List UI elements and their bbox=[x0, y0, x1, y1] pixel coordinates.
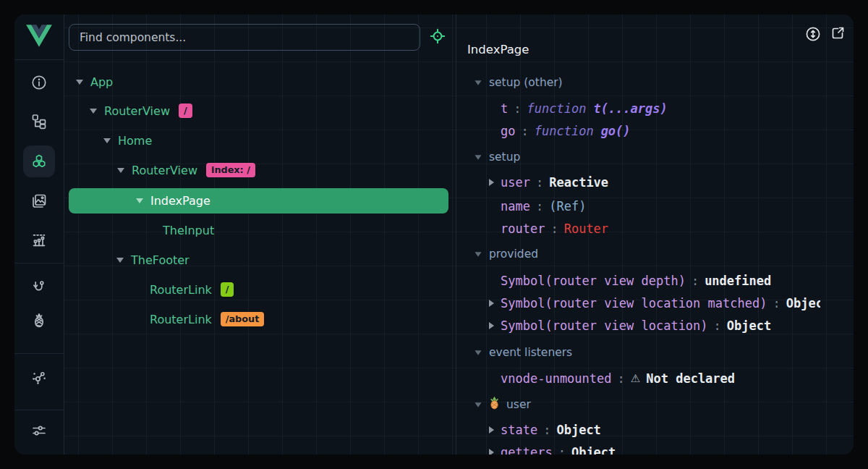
state-row-user[interactable]: user : Reactive bbox=[489, 173, 608, 192]
component-label: IndexPage bbox=[150, 194, 210, 208]
sidebar bbox=[14, 14, 64, 455]
sidebar-item-components[interactable] bbox=[30, 153, 48, 170]
component-label: RouterView bbox=[104, 104, 170, 118]
sidebar-item-custom-inspector[interactable] bbox=[30, 232, 48, 249]
section-label: event listeners bbox=[489, 346, 572, 359]
state-key: router bbox=[501, 221, 545, 236]
chevron-down-icon[interactable] bbox=[475, 350, 482, 355]
sidebar-item-graph[interactable] bbox=[30, 369, 48, 386]
chevron-right-icon[interactable] bbox=[489, 426, 494, 434]
inspector-panel: IndexPage setup (other) t : function t(.… bbox=[456, 14, 854, 455]
state-value: undefined bbox=[705, 274, 771, 288]
state-row-getters[interactable]: getters : Object bbox=[489, 443, 616, 455]
section-label: provided bbox=[489, 248, 538, 261]
tree-row-routerview-nested[interactable]: RouterView index: / bbox=[117, 161, 255, 179]
component-label: TheFooter bbox=[131, 253, 190, 267]
tree-row-routerview[interactable]: RouterView / bbox=[90, 101, 192, 120]
chevron-down-icon[interactable] bbox=[136, 198, 143, 203]
state-key: vnode-unmounted bbox=[501, 371, 612, 386]
sidebar-item-router[interactable] bbox=[30, 279, 48, 296]
inspector-title: IndexPage bbox=[467, 43, 529, 56]
tree-row-theinput[interactable]: TheInput bbox=[163, 221, 214, 240]
section-setup-other[interactable]: setup (other) bbox=[475, 73, 563, 92]
state-key: t bbox=[501, 101, 508, 116]
route-badge: / bbox=[221, 282, 234, 297]
section-user-store[interactable]: user bbox=[475, 395, 531, 414]
images-icon bbox=[30, 193, 48, 210]
function-keyword: function bbox=[527, 101, 587, 116]
state-key: go bbox=[501, 124, 515, 138]
chevron-down-icon[interactable] bbox=[475, 80, 482, 85]
sidebar-item-hierarchy[interactable] bbox=[30, 113, 48, 130]
sidebar-divider bbox=[14, 410, 64, 410]
vue-logo-icon bbox=[26, 25, 52, 50]
tree-row-indexpage-selected[interactable]: IndexPage bbox=[69, 188, 448, 214]
chevron-down-icon[interactable] bbox=[475, 155, 482, 159]
sidebar-item-assets[interactable] bbox=[30, 193, 48, 210]
chevron-right-icon[interactable] bbox=[489, 322, 494, 329]
section-label: setup (other) bbox=[489, 76, 563, 89]
tree-row-routerlink-about[interactable]: RouterLink /about bbox=[150, 310, 264, 329]
state-row-name: name : (Ref) bbox=[489, 197, 586, 216]
state-value: Object bbox=[727, 318, 771, 333]
chevron-down-icon[interactable] bbox=[90, 109, 97, 114]
graph-nodes-icon bbox=[30, 369, 48, 386]
search-input[interactable] bbox=[69, 24, 420, 51]
hierarchy-icon bbox=[30, 113, 48, 130]
section-provided[interactable]: provided bbox=[475, 245, 538, 263]
section-label: user bbox=[506, 398, 531, 411]
state-key: state bbox=[501, 423, 537, 437]
chevron-right-icon[interactable] bbox=[489, 179, 494, 186]
component-label: RouterView bbox=[132, 164, 197, 177]
tree-row-thefooter[interactable]: TheFooter bbox=[116, 250, 190, 269]
state-key: user bbox=[501, 175, 530, 190]
chevron-right-icon[interactable] bbox=[489, 300, 494, 307]
sidebar-divider bbox=[14, 263, 64, 263]
section-event-listeners[interactable]: event listeners bbox=[475, 343, 572, 362]
component-label: RouterLink bbox=[150, 313, 212, 326]
component-label: App bbox=[90, 75, 113, 89]
chevron-down-icon[interactable] bbox=[475, 402, 482, 407]
state-value: Object bbox=[556, 423, 600, 437]
state-row-router-view-location-matched[interactable]: Symbol(router view location matched) : O… bbox=[489, 294, 820, 313]
pinia-store-icon bbox=[489, 397, 500, 413]
component-label: Home bbox=[118, 134, 152, 148]
chevron-down-icon[interactable] bbox=[76, 80, 83, 85]
chevron-down-icon[interactable] bbox=[116, 258, 124, 263]
tree-row-home[interactable]: Home bbox=[103, 131, 152, 150]
control-panel-icon bbox=[30, 232, 48, 249]
pineapple-icon bbox=[30, 312, 48, 329]
section-setup[interactable]: setup bbox=[475, 148, 520, 166]
scroll-to-component-icon[interactable] bbox=[804, 25, 822, 43]
sidebar-item-settings[interactable] bbox=[30, 422, 48, 439]
route-badge: / bbox=[179, 103, 192, 118]
target-icon[interactable] bbox=[429, 28, 446, 45]
route-badge: index: / bbox=[206, 163, 255, 177]
state-row-router-view-location[interactable]: Symbol(router view location) : Object bbox=[489, 316, 771, 335]
sidebar-divider bbox=[14, 353, 64, 354]
state-key: Symbol(router view location matched) bbox=[501, 296, 767, 310]
function-keyword: function bbox=[535, 124, 594, 138]
state-value: (Ref) bbox=[549, 199, 586, 214]
sidebar-divider bbox=[14, 59, 64, 60]
section-label: setup bbox=[489, 151, 520, 164]
chevron-down-icon[interactable] bbox=[117, 168, 124, 173]
devtools-window: App RouterView / Home RouterView index: … bbox=[14, 14, 854, 455]
state-key: Symbol(router view depth) bbox=[501, 274, 686, 288]
sidebar-item-pinia[interactable] bbox=[30, 312, 48, 329]
state-row-state[interactable]: state : Object bbox=[489, 421, 601, 439]
chevron-down-icon[interactable] bbox=[475, 252, 482, 256]
chevron-down-icon[interactable] bbox=[103, 138, 111, 143]
state-value: Not declared bbox=[646, 371, 735, 386]
sliders-icon bbox=[30, 422, 48, 439]
chevron-right-icon[interactable] bbox=[489, 449, 494, 455]
state-row-t: t : function t(...args) bbox=[489, 99, 668, 118]
sidebar-item-overview[interactable] bbox=[30, 74, 48, 91]
open-in-editor-icon[interactable] bbox=[829, 25, 846, 42]
tree-row-app[interactable]: App bbox=[76, 72, 113, 91]
tree-row-routerlink-home[interactable]: RouterLink / bbox=[150, 280, 234, 299]
function-signature: go() bbox=[601, 124, 631, 138]
components-hexagons-icon bbox=[30, 153, 48, 170]
state-key: Symbol(router view location) bbox=[501, 318, 708, 333]
state-key: getters bbox=[501, 445, 553, 455]
